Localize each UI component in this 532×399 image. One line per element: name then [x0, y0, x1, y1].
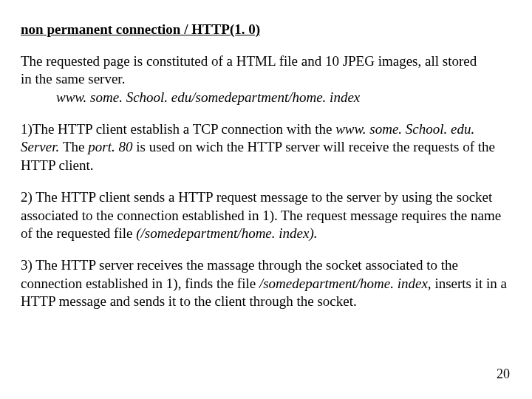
- intro-line2: in the same server.: [21, 71, 125, 86]
- step-3: 3) The HTTP server receives the massage …: [21, 256, 511, 311]
- step-2: 2) The HTTP client sends a HTTP request …: [21, 188, 511, 243]
- p1-italic-2: port. 80: [88, 139, 136, 154]
- slide-body: non permanent connection / HTTP(1. 0) Th…: [0, 0, 532, 311]
- intro-line1: The requested page is constituted of a H…: [21, 53, 477, 69]
- p2-italic: (/somedepartment/home. index).: [136, 225, 317, 241]
- p1-text-a: 1)The HTTP client establish a TCP connec…: [21, 121, 335, 137]
- slide-title: non permanent connection / HTTP(1. 0): [21, 21, 511, 39]
- p3-italic: /somedepartment/home. index,: [259, 276, 434, 291]
- intro-paragraph: The requested page is constituted of a H…: [21, 52, 511, 107]
- step-1: 1)The HTTP client establish a TCP connec…: [21, 120, 511, 175]
- page-number: 20: [497, 366, 510, 383]
- intro-url: www. some. School. edu/somedepartment/ho…: [21, 89, 360, 105]
- p1-text-b: The: [63, 139, 88, 154]
